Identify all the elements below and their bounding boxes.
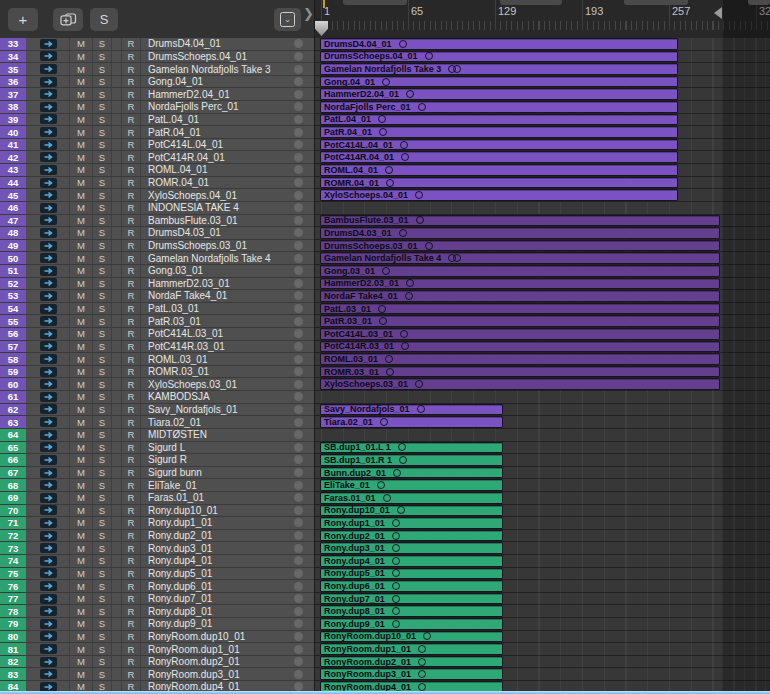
audio-region[interactable]: Rony.dup8_01 — [320, 605, 503, 617]
audio-region[interactable]: XyloSchoeps.04_01 — [320, 189, 678, 201]
audio-region[interactable]: Gamelan Nordafjolls Take 3 — [320, 63, 678, 75]
solo-button[interactable]: S — [92, 101, 111, 113]
track-row[interactable]: 77 M S R Rony.dup7_01 — [0, 593, 314, 606]
track-number[interactable]: 80 — [0, 631, 26, 643]
track-name[interactable]: Rony.dup7_01 — [148, 593, 294, 604]
audio-region[interactable]: ROML.04_01 — [320, 164, 678, 176]
mute-button[interactable]: M — [69, 492, 92, 504]
track-number[interactable]: 76 — [0, 580, 26, 592]
solo-button[interactable]: S — [92, 593, 111, 605]
audio-region[interactable]: PatR.04_01 — [320, 126, 678, 138]
mute-button[interactable]: M — [69, 467, 92, 479]
track-name[interactable]: XyloSchoeps.03_01 — [148, 379, 294, 390]
mute-button[interactable]: M — [69, 114, 92, 126]
mute-button[interactable]: M — [69, 328, 92, 340]
record-enable-button[interactable]: R — [121, 63, 141, 75]
solo-button[interactable]: S — [92, 643, 111, 655]
track-row[interactable]: 64 M S R MIDTØSTEN — [0, 429, 314, 442]
record-enable-button[interactable]: R — [121, 215, 141, 227]
track-number[interactable]: 78 — [0, 605, 26, 617]
record-enable-button[interactable]: R — [121, 618, 141, 630]
record-enable-button[interactable]: R — [121, 341, 141, 353]
track-number[interactable]: 49 — [0, 240, 26, 252]
track-number[interactable]: 40 — [0, 126, 26, 138]
track-row[interactable]: 63 M S R Tiara.02_01 — [0, 416, 314, 429]
record-enable-button[interactable]: R — [121, 593, 141, 605]
track-row[interactable]: 43 M S R ROML.04_01 — [0, 164, 314, 177]
audio-region[interactable]: XyloSchoeps.03_01 — [320, 378, 720, 390]
record-enable-button[interactable]: R — [121, 542, 141, 554]
track-name[interactable]: Rony.dup6_01 — [148, 581, 294, 592]
record-enable-button[interactable]: R — [121, 416, 141, 428]
mute-button[interactable]: M — [69, 530, 92, 542]
track-number[interactable]: 69 — [0, 492, 26, 504]
record-enable-button[interactable]: R — [121, 530, 141, 542]
track-row[interactable]: 47 M S R BambusFlute.03_01 — [0, 215, 314, 228]
track-name[interactable]: HammerD2.04_01 — [148, 89, 294, 100]
track-row[interactable]: 78 M S R Rony.dup8_01 — [0, 605, 314, 618]
audio-region[interactable]: ROMR.04_01 — [320, 177, 678, 189]
mute-button[interactable]: M — [69, 643, 92, 655]
record-enable-button[interactable]: R — [121, 290, 141, 302]
mute-button[interactable]: M — [69, 668, 92, 680]
record-enable-button[interactable]: R — [121, 492, 141, 504]
solo-button[interactable]: S — [92, 479, 111, 491]
record-enable-button[interactable]: R — [121, 580, 141, 592]
track-row[interactable]: 60 M S R XyloSchoeps.03_01 — [0, 378, 314, 391]
track-row[interactable]: 65 M S R Sigurd L — [0, 442, 314, 455]
audio-region[interactable]: Faras.01_01 — [320, 492, 503, 504]
mute-button[interactable]: M — [69, 479, 92, 491]
mute-button[interactable]: M — [69, 215, 92, 227]
track-row[interactable]: 71 M S R Rony.dup1_01 — [0, 517, 314, 530]
track-row[interactable]: 54 M S R PatL.03_01 — [0, 303, 314, 316]
record-enable-button[interactable]: R — [121, 139, 141, 151]
audio-region[interactable]: NordaF Take4_01 — [320, 290, 720, 302]
record-enable-button[interactable]: R — [121, 278, 141, 290]
track-name[interactable]: Rony.dup9_01 — [148, 618, 294, 629]
track-name[interactable]: Rony.dup3_01 — [148, 543, 294, 554]
solo-button[interactable]: S — [92, 568, 111, 580]
track-name[interactable]: Sigurd L — [148, 442, 294, 453]
track-number[interactable]: 65 — [0, 442, 26, 454]
solo-button[interactable]: S — [92, 51, 111, 63]
track-number[interactable]: 77 — [0, 593, 26, 605]
track-number[interactable]: 82 — [0, 656, 26, 668]
track-name[interactable]: ROML.04_01 — [148, 164, 294, 175]
solo-button[interactable]: S — [92, 240, 111, 252]
track-number[interactable]: 36 — [0, 76, 26, 88]
track-number[interactable]: 52 — [0, 278, 26, 290]
solo-button[interactable]: S — [92, 215, 111, 227]
track-row[interactable]: 52 M S R HammerD2.03_01 — [0, 278, 314, 291]
record-enable-button[interactable]: R — [121, 303, 141, 315]
track-number[interactable]: 43 — [0, 164, 26, 176]
audio-region[interactable]: EliTake_01 — [320, 479, 503, 491]
mute-button[interactable]: M — [69, 38, 92, 50]
audio-region[interactable]: Gong.04_01 — [320, 76, 678, 88]
solo-button[interactable]: S — [92, 265, 111, 277]
mute-button[interactable]: M — [69, 416, 92, 428]
mute-button[interactable]: M — [69, 542, 92, 554]
mute-button[interactable]: M — [69, 429, 92, 441]
record-enable-button[interactable]: R — [121, 366, 141, 378]
track-row[interactable]: 35 M S R Gamelan Nordafjolls Take 3 — [0, 63, 314, 76]
track-row[interactable]: 34 M S R DrumsSchoeps.04_01 — [0, 51, 314, 64]
audio-region[interactable]: ROML.03_01 — [320, 353, 720, 365]
mute-button[interactable]: M — [69, 88, 92, 100]
solo-button[interactable]: S — [92, 542, 111, 554]
track-row[interactable]: 73 M S R Rony.dup3_01 — [0, 542, 314, 555]
track-name[interactable]: RonyRoom.dup2_01 — [148, 656, 294, 667]
solo-button[interactable]: S — [92, 416, 111, 428]
track-row[interactable]: 57 M S R PotC414R.03_01 — [0, 341, 314, 354]
audio-region[interactable]: Gong.03_01 — [320, 265, 720, 277]
solo-button[interactable]: S — [92, 88, 111, 100]
record-enable-button[interactable]: R — [121, 38, 141, 50]
track-name[interactable]: Gong.03_01 — [148, 265, 294, 276]
record-enable-button[interactable]: R — [121, 126, 141, 138]
track-name[interactable]: DrumsD4.03_01 — [148, 227, 294, 238]
track-row[interactable]: 50 M S R Gamelan Nordafjolls Take 4 — [0, 252, 314, 265]
record-enable-button[interactable]: R — [121, 479, 141, 491]
record-enable-button[interactable]: R — [121, 76, 141, 88]
record-enable-button[interactable]: R — [121, 631, 141, 643]
record-enable-button[interactable]: R — [121, 454, 141, 466]
audio-region[interactable]: Rony.dup2_01 — [320, 530, 503, 542]
